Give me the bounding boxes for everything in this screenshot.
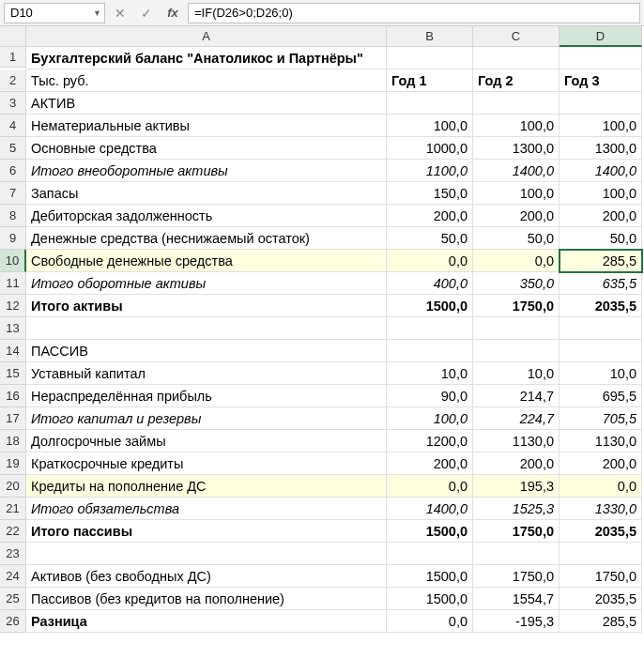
row-header-26[interactable]: 26	[0, 610, 26, 633]
cell-D4[interactable]: 100,0	[560, 115, 642, 137]
cell-D17[interactable]: 705,5	[560, 407, 642, 430]
cell-A21[interactable]: Итого обязательства	[26, 498, 387, 520]
cell-D13[interactable]	[560, 317, 642, 340]
cell-A20[interactable]: Кредиты на пополнение ДС	[26, 475, 387, 498]
cell-A17[interactable]: Итого капитал и резервы	[26, 407, 387, 430]
row-header-3[interactable]: 3	[0, 92, 26, 115]
cell-A26[interactable]: Разница	[26, 610, 387, 633]
cell-D16[interactable]: 695,5	[560, 385, 642, 407]
cell-B24[interactable]: 1500,0	[387, 565, 473, 588]
cell-B25[interactable]: 1500,0	[387, 588, 473, 610]
cell-B22[interactable]: 1500,0	[387, 520, 473, 543]
col-header-B[interactable]: B	[387, 26, 473, 47]
row-header-21[interactable]: 21	[0, 498, 26, 520]
cell-D26[interactable]: 285,5	[560, 610, 642, 633]
cell-B12[interactable]: 1500,0	[387, 295, 473, 317]
cell-C22[interactable]: 1750,0	[473, 520, 560, 543]
cell-C1[interactable]	[473, 47, 560, 69]
cell-C14[interactable]	[473, 340, 560, 362]
cell-B4[interactable]: 100,0	[387, 115, 473, 137]
cell-A22[interactable]: Итого пассивы	[26, 520, 387, 543]
cell-A3[interactable]: АКТИВ	[26, 92, 387, 115]
cancel-icon[interactable]: ✕	[109, 3, 131, 23]
cell-D15[interactable]: 10,0	[560, 362, 642, 385]
cell-C5[interactable]: 1300,0	[473, 137, 560, 160]
cell-D21[interactable]: 1330,0	[560, 498, 642, 520]
cell-A7[interactable]: Запасы	[26, 182, 387, 205]
row-header-18[interactable]: 18	[0, 430, 26, 452]
cell-D23[interactable]	[560, 543, 642, 565]
cell-B15[interactable]: 10,0	[387, 362, 473, 385]
cell-C23[interactable]	[473, 543, 560, 565]
cell-B26[interactable]: 0,0	[387, 610, 473, 633]
cell-C19[interactable]: 200,0	[473, 452, 560, 475]
row-header-7[interactable]: 7	[0, 182, 26, 205]
cell-C15[interactable]: 10,0	[473, 362, 560, 385]
row-header-12[interactable]: 12	[0, 295, 26, 317]
row-header-4[interactable]: 4	[0, 115, 26, 137]
cell-C13[interactable]	[473, 317, 560, 340]
cell-B21[interactable]: 1400,0	[387, 498, 473, 520]
cell-D19[interactable]: 200,0	[560, 452, 642, 475]
row-header-22[interactable]: 22	[0, 520, 26, 543]
cell-D2[interactable]: Год 3	[560, 69, 642, 92]
cell-A6[interactable]: Итого внеоборотные активы	[26, 160, 387, 182]
cell-C10[interactable]: 0,0	[473, 250, 560, 272]
row-header-25[interactable]: 25	[0, 588, 26, 610]
cell-D5[interactable]: 1300,0	[560, 137, 642, 160]
cell-D24[interactable]: 1750,0	[560, 565, 642, 588]
spreadsheet-grid[interactable]: ABCD1Бухгалтерский баланс "Анатоликос и …	[0, 26, 644, 633]
cell-A14[interactable]: ПАССИВ	[26, 340, 387, 362]
row-header-8[interactable]: 8	[0, 205, 26, 227]
cell-C3[interactable]	[473, 92, 560, 115]
cell-C12[interactable]: 1750,0	[473, 295, 560, 317]
cell-A18[interactable]: Долгосрочные займы	[26, 430, 387, 452]
cell-A24[interactable]: Активов (без свободных ДС)	[26, 565, 387, 588]
cell-C4[interactable]: 100,0	[473, 115, 560, 137]
cell-D7[interactable]: 100,0	[560, 182, 642, 205]
cell-B5[interactable]: 1000,0	[387, 137, 473, 160]
cell-D6[interactable]: 1400,0	[560, 160, 642, 182]
cell-B14[interactable]	[387, 340, 473, 362]
cell-D12[interactable]: 2035,5	[560, 295, 642, 317]
cell-A23[interactable]	[26, 543, 387, 565]
cell-D3[interactable]	[560, 92, 642, 115]
row-header-10[interactable]: 10	[0, 250, 26, 272]
row-header-5[interactable]: 5	[0, 137, 26, 160]
row-header-9[interactable]: 9	[0, 227, 26, 250]
cell-B3[interactable]	[387, 92, 473, 115]
cell-B13[interactable]	[387, 317, 473, 340]
cell-D9[interactable]: 50,0	[560, 227, 642, 250]
cell-B6[interactable]: 1100,0	[387, 160, 473, 182]
cell-B20[interactable]: 0,0	[387, 475, 473, 498]
cell-A8[interactable]: Дебиторская задолженность	[26, 205, 387, 227]
fx-icon[interactable]: fx	[161, 3, 184, 23]
cell-C7[interactable]: 100,0	[473, 182, 560, 205]
cell-B16[interactable]: 90,0	[387, 385, 473, 407]
cell-C18[interactable]: 1130,0	[473, 430, 560, 452]
row-header-11[interactable]: 11	[0, 272, 26, 295]
cell-A12[interactable]: Итого активы	[26, 295, 387, 317]
row-header-6[interactable]: 6	[0, 160, 26, 182]
cell-A19[interactable]: Краткосрочные кредиты	[26, 452, 387, 475]
cell-B11[interactable]: 400,0	[387, 272, 473, 295]
cell-C25[interactable]: 1554,7	[473, 588, 560, 610]
cell-C6[interactable]: 1400,0	[473, 160, 560, 182]
cell-A25[interactable]: Пассивов (без кредитов на пополнение)	[26, 588, 387, 610]
cell-B19[interactable]: 200,0	[387, 452, 473, 475]
row-header-1[interactable]: 1	[0, 47, 26, 68]
cell-D22[interactable]: 2035,5	[560, 520, 642, 543]
cell-B18[interactable]: 1200,0	[387, 430, 473, 452]
cell-D1[interactable]	[560, 47, 642, 69]
cell-A1[interactable]: Бухгалтерский баланс "Анатоликос и Партн…	[26, 47, 387, 69]
cell-C11[interactable]: 350,0	[473, 272, 560, 295]
cell-B2[interactable]: Год 1	[387, 69, 473, 92]
name-box[interactable]: D10 ▼	[4, 3, 105, 23]
cell-C16[interactable]: 214,7	[473, 385, 560, 407]
cell-C2[interactable]: Год 2	[473, 69, 560, 92]
row-header-13[interactable]: 13	[0, 317, 26, 340]
row-header-24[interactable]: 24	[0, 565, 26, 588]
cell-C21[interactable]: 1525,3	[473, 498, 560, 520]
row-header-15[interactable]: 15	[0, 362, 26, 385]
select-all-corner[interactable]	[0, 26, 26, 47]
